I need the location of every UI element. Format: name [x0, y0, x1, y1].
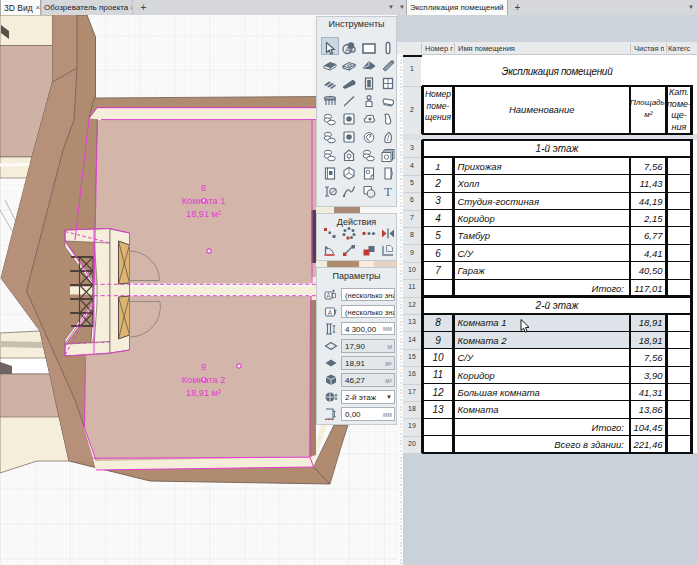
- svg-text:18,91 м²: 18,91 м²: [186, 388, 221, 398]
- svg-text:A: A: [345, 45, 350, 52]
- svg-text:T: T: [384, 184, 392, 199]
- svg-text:Комната 1: Комната 1: [182, 196, 226, 206]
- svg-text:А: А: [328, 308, 333, 315]
- svg-text:A: A: [326, 292, 331, 299]
- svg-text:18,91 м²: 18,91 м²: [186, 209, 221, 219]
- svg-text:8: 8: [201, 183, 206, 193]
- svg-text:Комната 2: Комната 2: [182, 375, 226, 385]
- svg-text:9: 9: [201, 362, 206, 372]
